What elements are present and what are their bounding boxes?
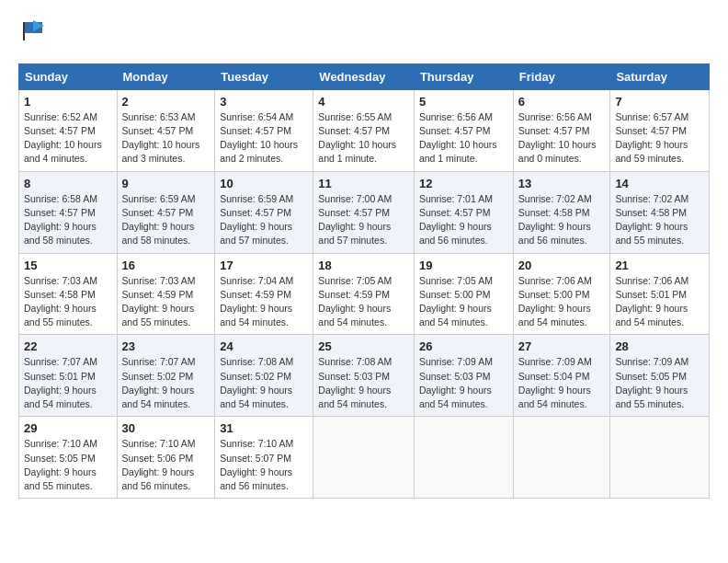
logo-flag-icon — [20, 18, 46, 44]
weekday-thursday: Thursday — [414, 63, 513, 89]
calendar-cell — [313, 417, 415, 499]
week-row-4: 22Sunrise: 7:07 AMSunset: 5:01 PMDayligh… — [19, 335, 710, 417]
day-info: Sunrise: 7:09 AMSunset: 5:05 PMDaylight:… — [615, 355, 704, 411]
calendar-cell: 16Sunrise: 7:03 AMSunset: 4:59 PMDayligh… — [117, 253, 215, 335]
day-info: Sunrise: 7:05 AMSunset: 5:00 PMDaylight:… — [419, 274, 508, 330]
day-info: Sunrise: 6:59 AMSunset: 4:57 PMDaylight:… — [220, 192, 308, 248]
calendar-cell: 22Sunrise: 7:07 AMSunset: 5:01 PMDayligh… — [19, 335, 118, 417]
calendar-cell: 9Sunrise: 6:59 AMSunset: 4:57 PMDaylight… — [117, 171, 215, 253]
day-info: Sunrise: 7:08 AMSunset: 5:03 PMDaylight:… — [318, 355, 409, 411]
day-info: Sunrise: 6:55 AMSunset: 4:57 PMDaylight:… — [318, 110, 409, 167]
calendar-cell: 25Sunrise: 7:08 AMSunset: 5:03 PMDayligh… — [313, 335, 415, 417]
calendar-cell — [610, 417, 710, 499]
day-info: Sunrise: 7:09 AMSunset: 5:03 PMDaylight:… — [419, 355, 508, 411]
day-number: 5 — [419, 95, 508, 109]
day-info: Sunrise: 6:57 AMSunset: 4:57 PMDaylight:… — [615, 110, 704, 167]
day-number: 29 — [24, 421, 112, 435]
calendar-cell — [414, 417, 513, 499]
week-row-5: 29Sunrise: 7:10 AMSunset: 5:05 PMDayligh… — [19, 417, 710, 499]
day-info: Sunrise: 7:10 AMSunset: 5:06 PMDaylight:… — [122, 437, 210, 493]
calendar-cell — [513, 417, 610, 499]
calendar-cell: 6Sunrise: 6:56 AMSunset: 4:57 PMDaylight… — [513, 89, 610, 171]
day-number: 20 — [518, 259, 606, 272]
calendar-cell: 17Sunrise: 7:04 AMSunset: 4:59 PMDayligh… — [215, 253, 313, 335]
day-number: 23 — [122, 339, 210, 353]
calendar-cell: 19Sunrise: 7:05 AMSunset: 5:00 PMDayligh… — [414, 253, 513, 335]
calendar-cell: 4Sunrise: 6:55 AMSunset: 4:57 PMDaylight… — [313, 89, 415, 171]
day-info: Sunrise: 7:02 AMSunset: 4:58 PMDaylight:… — [615, 192, 704, 248]
calendar-cell: 15Sunrise: 7:03 AMSunset: 4:58 PMDayligh… — [19, 253, 118, 335]
calendar-cell: 7Sunrise: 6:57 AMSunset: 4:57 PMDaylight… — [610, 89, 710, 171]
day-info: Sunrise: 7:06 AMSunset: 5:00 PMDaylight:… — [518, 274, 606, 330]
week-row-3: 15Sunrise: 7:03 AMSunset: 4:58 PMDayligh… — [19, 253, 710, 335]
weekday-friday: Friday — [513, 63, 610, 89]
day-info: Sunrise: 7:07 AMSunset: 5:01 PMDaylight:… — [24, 355, 112, 411]
weekday-monday: Monday — [117, 63, 215, 89]
day-number: 2 — [122, 95, 210, 109]
calendar-cell: 20Sunrise: 7:06 AMSunset: 5:00 PMDayligh… — [513, 253, 610, 335]
week-row-1: 1Sunrise: 6:52 AMSunset: 4:57 PMDaylight… — [19, 89, 710, 171]
weekday-wednesday: Wednesday — [313, 63, 415, 89]
weekday-header-row: SundayMondayTuesdayWednesdayThursdayFrid… — [19, 63, 710, 89]
day-info: Sunrise: 6:53 AMSunset: 4:57 PMDaylight:… — [122, 110, 210, 167]
day-number: 27 — [518, 339, 606, 353]
calendar-cell: 27Sunrise: 7:09 AMSunset: 5:04 PMDayligh… — [513, 335, 610, 417]
day-info: Sunrise: 6:56 AMSunset: 4:57 PMDaylight:… — [419, 110, 508, 167]
calendar-cell: 3Sunrise: 6:54 AMSunset: 4:57 PMDaylight… — [215, 89, 313, 171]
logo — [18, 18, 46, 49]
day-number: 14 — [615, 177, 704, 190]
day-info: Sunrise: 7:07 AMSunset: 5:02 PMDaylight:… — [122, 355, 210, 411]
weekday-saturday: Saturday — [610, 63, 710, 89]
day-number: 31 — [220, 421, 308, 435]
day-number: 28 — [615, 339, 704, 353]
header — [18, 18, 710, 49]
day-info: Sunrise: 7:03 AMSunset: 4:58 PMDaylight:… — [24, 274, 112, 330]
day-number: 12 — [419, 177, 508, 190]
calendar-cell: 11Sunrise: 7:00 AMSunset: 4:57 PMDayligh… — [313, 171, 415, 253]
day-info: Sunrise: 7:09 AMSunset: 5:04 PMDaylight:… — [518, 355, 606, 411]
day-number: 6 — [518, 95, 606, 109]
day-number: 19 — [419, 259, 508, 272]
calendar-cell: 28Sunrise: 7:09 AMSunset: 5:05 PMDayligh… — [610, 335, 710, 417]
day-number: 30 — [122, 421, 210, 435]
day-info: Sunrise: 6:54 AMSunset: 4:57 PMDaylight:… — [220, 110, 308, 167]
day-number: 17 — [220, 259, 308, 272]
day-info: Sunrise: 7:03 AMSunset: 4:59 PMDaylight:… — [122, 274, 210, 330]
calendar-cell: 14Sunrise: 7:02 AMSunset: 4:58 PMDayligh… — [610, 171, 710, 253]
calendar-cell: 30Sunrise: 7:10 AMSunset: 5:06 PMDayligh… — [117, 417, 215, 499]
calendar-cell: 24Sunrise: 7:08 AMSunset: 5:02 PMDayligh… — [215, 335, 313, 417]
day-number: 8 — [24, 177, 112, 190]
page: SundayMondayTuesdayWednesdayThursdayFrid… — [0, 0, 728, 517]
calendar-cell: 26Sunrise: 7:09 AMSunset: 5:03 PMDayligh… — [414, 335, 513, 417]
day-info: Sunrise: 6:52 AMSunset: 4:57 PMDaylight:… — [24, 110, 112, 167]
day-number: 4 — [318, 95, 409, 109]
day-info: Sunrise: 7:06 AMSunset: 5:01 PMDaylight:… — [615, 274, 704, 330]
day-info: Sunrise: 7:01 AMSunset: 4:57 PMDaylight:… — [419, 192, 508, 248]
day-number: 9 — [122, 177, 210, 190]
day-info: Sunrise: 6:59 AMSunset: 4:57 PMDaylight:… — [122, 192, 210, 248]
weekday-tuesday: Tuesday — [215, 63, 313, 89]
day-info: Sunrise: 7:02 AMSunset: 4:58 PMDaylight:… — [518, 192, 606, 248]
calendar-cell: 29Sunrise: 7:10 AMSunset: 5:05 PMDayligh… — [19, 417, 118, 499]
day-number: 10 — [220, 177, 308, 190]
calendar-cell: 12Sunrise: 7:01 AMSunset: 4:57 PMDayligh… — [414, 171, 513, 253]
day-number: 1 — [24, 95, 112, 109]
day-number: 22 — [24, 339, 112, 353]
calendar-cell: 8Sunrise: 6:58 AMSunset: 4:57 PMDaylight… — [19, 171, 118, 253]
day-number: 26 — [419, 339, 508, 353]
calendar-cell: 5Sunrise: 6:56 AMSunset: 4:57 PMDaylight… — [414, 89, 513, 171]
day-info: Sunrise: 7:05 AMSunset: 4:59 PMDaylight:… — [318, 274, 409, 330]
day-number: 16 — [122, 259, 210, 272]
calendar-cell: 18Sunrise: 7:05 AMSunset: 4:59 PMDayligh… — [313, 253, 415, 335]
day-info: Sunrise: 7:08 AMSunset: 5:02 PMDaylight:… — [220, 355, 308, 411]
weekday-sunday: Sunday — [19, 63, 118, 89]
day-info: Sunrise: 6:56 AMSunset: 4:57 PMDaylight:… — [518, 110, 606, 167]
day-number: 24 — [220, 339, 308, 353]
calendar-cell: 1Sunrise: 6:52 AMSunset: 4:57 PMDaylight… — [19, 89, 118, 171]
calendar-cell: 2Sunrise: 6:53 AMSunset: 4:57 PMDaylight… — [117, 89, 215, 171]
day-number: 7 — [615, 95, 704, 109]
calendar-cell: 21Sunrise: 7:06 AMSunset: 5:01 PMDayligh… — [610, 253, 710, 335]
day-info: Sunrise: 7:10 AMSunset: 5:05 PMDaylight:… — [24, 437, 112, 493]
day-number: 18 — [318, 259, 409, 272]
day-info: Sunrise: 7:04 AMSunset: 4:59 PMDaylight:… — [220, 274, 308, 330]
